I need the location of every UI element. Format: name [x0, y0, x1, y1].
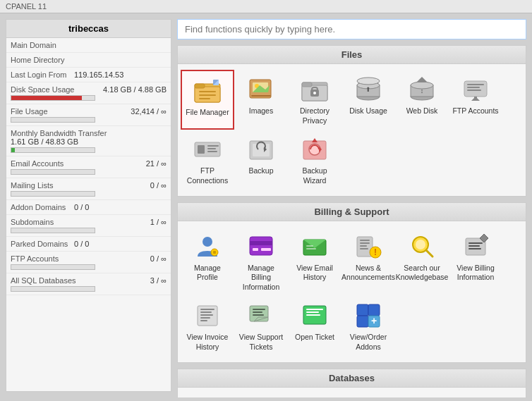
main-content: Files [177, 19, 526, 392]
databases-section: Databases php MyAdmin phpMyAdmin [177, 369, 526, 397]
svg-rect-85 [306, 309, 323, 310]
sidebar-row-last-login: Last Login From 119.165.14.53 [6, 68, 171, 82]
icon-manage-billing[interactable]: Manage Billing Information [234, 227, 288, 297]
top-bar-label: CPANEL 11 [6, 2, 47, 11]
sidebar-row-parked-domains: Parked Domains 0 / 0 [6, 237, 171, 252]
sub-progress-bar [11, 228, 95, 233]
manage-billing-label: Manage Billing Information [237, 264, 285, 292]
bandwidth-progress-bar [11, 147, 95, 153]
manage-profile-label: Manage Profile [183, 264, 231, 283]
disk-usage-icon: ⬆ [353, 74, 383, 104]
view-invoice-history-icon [193, 300, 222, 330]
sidebar-row-sql-databases: All SQL Databases 3 / ∞ [6, 273, 171, 295]
svg-rect-56 [306, 245, 313, 247]
svg-rect-2 [195, 84, 205, 88]
svg-rect-70 [468, 245, 480, 247]
sidebar-title: tribeccas [6, 20, 171, 38]
svg-rect-34 [474, 97, 477, 99]
svg-rect-31 [467, 87, 480, 88]
directory-privacy-label: Directory Privacy [291, 106, 339, 125]
icon-ftp-connections[interactable]: FTP Connections [181, 130, 234, 190]
svg-rect-75 [200, 311, 212, 313]
icon-view-billing-info[interactable]: View Billing Information [449, 227, 502, 297]
sidebar-row-subdomains: Subdomains 1 / ∞ [6, 215, 171, 237]
email-progress-bar [11, 169, 95, 175]
images-icon [246, 74, 276, 104]
news-announcements-label: News & Announcements [341, 264, 395, 283]
svg-rect-51 [250, 241, 272, 245]
svg-rect-71 [468, 248, 481, 249]
svg-rect-59 [360, 240, 370, 241]
sidebar-row-bandwidth: Monthly Bandwidth Transfer 1.61 GB / 48.… [6, 126, 171, 156]
icon-mysql-database-wizard[interactable]: ! MySQL® Database Wizard [288, 393, 341, 397]
view-support-tickets-icon [246, 300, 276, 330]
icon-file-manager[interactable]: File Manager [181, 70, 234, 130]
icon-ftp-accounts[interactable]: FTP Accounts [449, 70, 502, 130]
svg-rect-89 [368, 304, 380, 316]
icon-view-order-addons[interactable]: + View/Order Addons [341, 296, 395, 356]
svg-marker-28 [416, 77, 428, 82]
files-icon-grid: File Manager Images [178, 64, 526, 196]
web-disk-icon: ↕ [407, 74, 437, 104]
backup-wizard-label: Backup Wizard [291, 166, 339, 185]
icon-directory-privacy[interactable]: Directory Privacy [288, 70, 341, 130]
directory-privacy-icon [300, 74, 330, 104]
icon-manage-profile[interactable]: Manage Profile [181, 227, 234, 297]
icon-remote-mysql[interactable]: R Remote MySQL® [341, 393, 395, 397]
svg-rect-38 [207, 148, 216, 149]
databases-icon-grid: php MyAdmin phpMyAdmin MySQL® [178, 388, 526, 397]
search-input[interactable] [177, 19, 526, 39]
sidebar: tribeccas Main Domain Home Directory Las… [6, 19, 171, 392]
svg-rect-12 [251, 95, 271, 97]
svg-rect-32 [467, 90, 481, 91]
svg-rect-86 [306, 311, 319, 313]
open-ticket-label: Open Ticket [295, 333, 334, 343]
icon-disk-usage[interactable]: ⬆ Disk Usage [341, 70, 395, 130]
billing-icon-grid: Manage Profile Manage Billing Informatio… [178, 221, 526, 362]
ftp-connections-label: FTP Connections [183, 166, 231, 185]
view-billing-info-icon [461, 231, 490, 261]
icon-backup-wizard[interactable]: Backup Wizard [288, 130, 341, 190]
ftp-progress-bar [11, 264, 95, 270]
icon-news-announcements[interactable]: ! News & Announcements [341, 227, 395, 297]
view-order-addons-icon: + [353, 300, 383, 330]
view-invoice-history-label: View Invoice History [183, 333, 231, 352]
icon-images[interactable]: Images [234, 70, 288, 130]
svg-text:!: ! [374, 247, 377, 257]
view-email-history-label: View Email History [291, 264, 339, 283]
svg-rect-5 [199, 98, 210, 99]
icon-phpmyadmin[interactable]: php MyAdmin phpMyAdmin [181, 393, 234, 397]
icon-open-ticket[interactable]: Open Ticket [288, 296, 341, 356]
svg-rect-50 [250, 237, 272, 255]
view-email-history-icon [300, 231, 330, 261]
svg-rect-80 [253, 309, 265, 310]
svg-rect-49 [213, 251, 216, 254]
icon-backup[interactable]: Backup [234, 130, 288, 190]
backup-wizard-icon [300, 134, 330, 164]
billing-section-header: Billing & Support [178, 203, 526, 221]
web-disk-label: Web Disk [406, 106, 438, 116]
svg-rect-82 [253, 314, 264, 316]
icon-web-disk[interactable]: ↕ Web Disk [395, 70, 449, 130]
icon-view-invoice-history[interactable]: View Invoice History [181, 296, 234, 356]
svg-rect-36 [198, 145, 205, 154]
file-progress-bar [11, 117, 95, 123]
svg-rect-76 [200, 314, 213, 316]
svg-rect-87 [306, 314, 320, 316]
sidebar-row-file-usage: File Usage 32,414 / ∞ [6, 104, 171, 126]
icon-view-email-history[interactable]: View Email History [288, 227, 341, 297]
manage-profile-icon [193, 231, 222, 261]
open-ticket-icon [300, 300, 330, 330]
svg-text:+: + [371, 315, 377, 326]
icon-search-knowledgebase[interactable]: Search our Knowledgebase [395, 227, 449, 297]
svg-text:↕: ↕ [421, 87, 424, 94]
mailing-progress-bar [11, 191, 95, 197]
file-manager-label: File Manager [186, 108, 229, 118]
icon-view-support-tickets[interactable]: View Support Tickets [234, 296, 288, 356]
databases-section-header: Databases [178, 369, 526, 388]
ftp-connections-icon [193, 134, 222, 164]
sidebar-row-main-domain: Main Domain [6, 38, 171, 53]
svg-rect-77 [200, 317, 210, 319]
icon-mysql-databases[interactable]: MySQL® MySQL® Databases [234, 393, 288, 397]
files-section-header: Files [178, 46, 526, 64]
